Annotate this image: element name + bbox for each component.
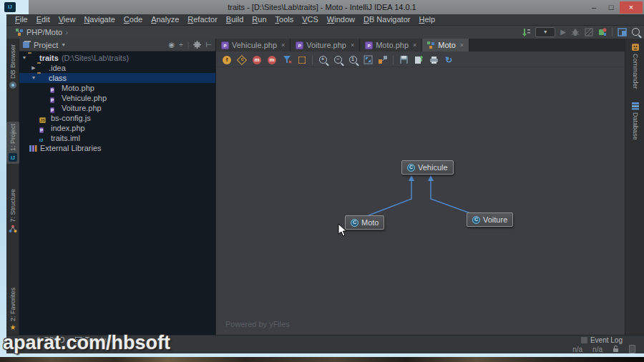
menu-run[interactable]: Run [248,14,270,25]
stripe-commander[interactable]: Commander [628,43,643,89]
stripe-database[interactable]: Database [628,102,643,140]
close-button[interactable]: × [620,1,643,14]
visibility-filter-icon[interactable] [283,55,292,64]
menu-navigate[interactable]: Navigate [79,14,119,25]
tab-close-icon[interactable]: × [413,41,416,49]
minimize-button[interactable]: – [585,1,602,14]
show-properties-icon[interactable]: m [268,56,276,64]
show-fields-icon[interactable]: f [223,56,231,64]
zoom-in-icon[interactable]: + [319,56,327,64]
menu-vcs[interactable]: VCS [298,14,323,25]
project-view-title[interactable]: Project [34,41,58,49]
project-view-chevron-icon[interactable]: ▼ [61,42,66,47]
class-node-moto[interactable]: C Moto [345,215,384,230]
tree-row-index-php[interactable]: P index.php [19,123,215,133]
editor-area: P Vehicule.php × P Voiture.php × P Moto.… [216,39,625,335]
database-console-icon[interactable] [598,28,607,36]
event-log-button[interactable]: Event Log [581,336,623,344]
php-file-icon: P [50,97,54,103]
project-tree: ▼ traits (D:\Sites\Lab\traits) ▶ .idea ▼… [19,52,215,153]
maximize-button[interactable]: □ [602,1,620,14]
run-button[interactable]: ▶ [560,28,566,36]
menu-view[interactable]: View [54,14,80,25]
menu-build[interactable]: Build [222,14,248,25]
tree-row-class-selected[interactable]: ▼ class [19,73,215,83]
collapse-all-icon[interactable]: ÷ [179,41,183,49]
project-tool-icon: IJ [9,153,17,162]
show-methods-icon[interactable]: m [253,56,261,64]
menu-analyze[interactable]: Analyze [147,14,183,25]
diagram-file-icon [427,41,435,49]
desktop-background-strip [0,357,644,362]
menu-file[interactable]: File [11,14,32,25]
coverage-icon[interactable] [585,28,593,36]
layout-windows-icon[interactable] [618,28,627,36]
iml-file-icon: IJ [39,138,43,142]
tab-close-icon[interactable]: × [281,41,285,49]
zoom-out-icon[interactable]: − [334,56,342,64]
stripe-favorites[interactable]: 2: Favorites ★ [6,288,19,331]
tree-row-traits-iml[interactable]: IJ traits.iml [19,133,215,143]
menu-tools[interactable]: Tools [271,14,298,25]
tab-close-icon[interactable]: × [460,41,464,49]
print-icon[interactable] [429,56,439,64]
tab-vehicule-php[interactable]: P Vehicule.php × [216,39,291,52]
export-to-image-icon[interactable] [414,55,423,64]
tree-row-vehicule-php[interactable]: P Vehicule.php [19,93,215,103]
menu-edit[interactable]: Edit [32,14,54,25]
save-diagram-icon[interactable] [399,55,409,64]
desktop-edge-left [0,0,6,358]
web-preview-icon[interactable]: ↻ [444,55,454,65]
actual-size-icon[interactable]: 1 [349,56,357,64]
vcs-changes-icon[interactable] [522,28,530,36]
change-scope-icon[interactable] [298,57,306,64]
menu-help[interactable]: Help [414,14,439,25]
tree-row-voiture-php[interactable]: P Voiture.php [19,103,215,113]
stripe-structure[interactable]: 7: Structure [6,189,19,233]
expand-arrow-icon[interactable]: ▼ [30,73,37,83]
tree-row-moto-php[interactable]: P Moto.php [19,83,215,93]
intellij-idea-window: IJ traits - [D:\Sites\Lab\traits] - Moto… [0,0,644,362]
lock-icon[interactable] [613,346,619,353]
navigation-bar: PHP/Moto › ▼ ▶ [6,26,644,39]
status-value: n/a [592,346,602,353]
tab-close-icon[interactable]: × [351,41,354,49]
stripe-db-browser[interactable]: DB Browser [6,44,19,89]
tab-voiture-php[interactable]: P Voiture.php × [291,39,360,52]
tree-row-external-libraries[interactable]: External Libraries [19,143,215,153]
class-icon: C [472,216,480,224]
structure-icon [9,225,17,233]
class-node-vehicule[interactable]: C Vehicule [401,160,454,175]
menu-refactor[interactable]: Refactor [183,14,222,25]
tree-row-traits-root[interactable]: ▼ traits (D:\Sites\Lab\traits) [19,53,215,63]
php-file-icon: P [39,127,44,133]
breadcrumb[interactable]: PHP/Moto › [15,27,68,37]
search-everywhere-icon[interactable] [632,28,640,36]
mouse-cursor [338,223,348,238]
tree-row-bs-config[interactable]: JS bs-config.js [19,113,215,123]
expand-arrow-icon[interactable]: ▼ [21,53,28,63]
debug-icon[interactable] [571,28,580,36]
hide-panel-icon[interactable]: ⊢ [205,41,212,49]
settings-gear-icon[interactable] [193,41,201,49]
class-node-voiture[interactable]: C Voiture [467,212,513,227]
stripe-project[interactable]: 1: Project IJ [6,122,19,164]
show-constructors-icon[interactable]: c [237,54,247,64]
expand-arrow-icon[interactable]: ▶ [30,63,37,73]
memory-indicator[interactable] [629,345,635,353]
apply-layout-icon[interactable] [378,55,388,64]
commander-icon [631,43,640,52]
menu-db-navigator[interactable]: DB Navigator [359,14,414,25]
locate-file-icon[interactable]: ◉ [168,41,175,49]
diagram-canvas[interactable]: C Vehicule C Moto C Voiture Powered by y… [216,68,625,335]
fit-content-icon[interactable] [364,55,373,64]
menu-window[interactable]: Window [323,14,359,25]
tab-moto-php[interactable]: P Moto.php × [360,39,422,52]
tree-row-idea[interactable]: ▶ .idea [19,63,215,73]
class-icon: C [351,219,358,227]
tab-moto-diagram[interactable]: Moto × [422,39,469,52]
menu-code[interactable]: Code [119,14,147,25]
editor-tab-bar: P Vehicule.php × P Voiture.php × P Moto.… [216,39,625,52]
run-configuration-select[interactable]: ▼ [535,27,555,37]
inheritance-edges [216,68,625,335]
